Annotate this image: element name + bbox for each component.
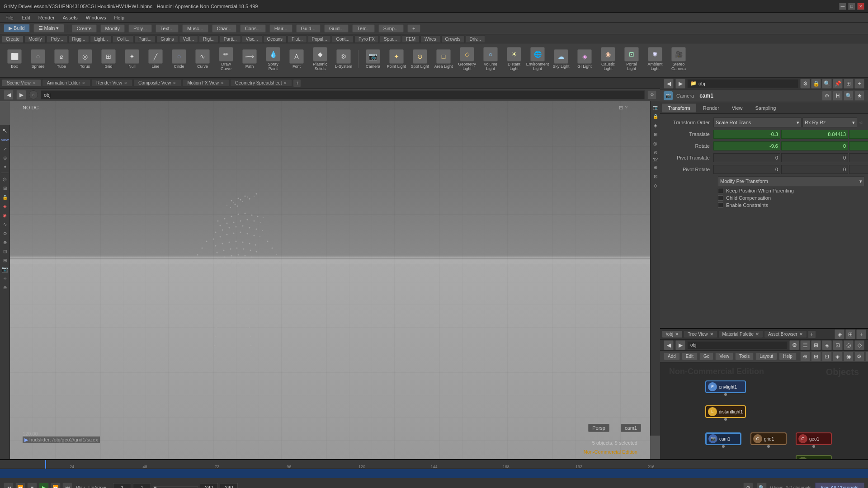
pivot-rotate-x[interactable] [713,165,780,174]
shelf-tab-vell[interactable]: Vell... [179,35,198,43]
shelf-torus[interactable]: ◎ Torus [74,48,96,70]
node-grid1-body[interactable]: G grid1 [750,432,787,445]
cam-lock-btn[interactable]: H [833,91,843,101]
shelf-tab-pyro[interactable]: Pyro FX [354,35,379,43]
shelf-tab-wire[interactable]: Wires [420,35,440,43]
frame-slider[interactable] [153,486,198,488]
shelf-camera[interactable]: 📷 Camera [362,48,384,70]
tool-snap[interactable]: ⊞ [1,184,9,192]
tool-measure[interactable]: ⊞ [1,256,9,264]
pivot-translate-z[interactable] [849,153,868,162]
pivot-translate-x[interactable] [713,153,780,162]
rotate-z[interactable] [849,141,868,150]
tool-sculpt[interactable]: ◈ [1,202,9,210]
shelf-tab-modify[interactable]: Modify [24,35,46,43]
tool-magnet[interactable]: ⊙ [1,229,9,237]
node-tab-tree-close[interactable]: ✕ [710,332,713,337]
tool-select2[interactable]: ↗ [1,145,9,153]
menu-assets[interactable]: Assets [59,14,81,21]
tool-light-tool[interactable]: ✧ [1,274,9,282]
shelf-circle[interactable]: ○ Circle [168,48,190,70]
node-grid-view[interactable]: ⊞ [811,340,821,350]
close-btn[interactable]: ✕ [857,3,864,10]
shelf-gi-light[interactable]: ◈ GI Light [574,48,595,70]
node-tab-material-close[interactable]: ✕ [755,332,759,337]
node-fwd-btn[interactable]: ▶ [675,340,685,350]
tool-transform[interactable]: ⊕ [1,154,9,162]
rt-extra2[interactable]: ⊡ [651,172,660,180]
tab-cons[interactable]: Cons... [240,24,266,33]
shelf-line[interactable]: ╱ Line [145,48,166,70]
node-list-view[interactable]: ☰ [800,340,810,350]
tab-poly[interactable]: Poly... [128,24,152,33]
rt-extra3[interactable]: ◇ [651,181,660,189]
node-snap6[interactable]: ⚙ [854,352,864,361]
node-distantlight1-body[interactable]: L distantlight1 [705,405,746,418]
tab-render-props[interactable]: Render [697,103,725,113]
tab-motion-fx[interactable]: Motion FX View ✕ [182,79,229,87]
keep-position-checkbox[interactable] [718,188,723,193]
add-view-tab[interactable]: + [293,79,301,87]
shelf-tab-visc[interactable]: Visc... [242,35,262,43]
node-tab-obj-close[interactable]: ✕ [675,332,679,337]
tab-transform[interactable]: Transform [662,103,696,113]
node-tab-asset-close[interactable]: ✕ [799,332,803,337]
node-tools-btn[interactable]: Tools [735,352,754,360]
node-help-btn[interactable]: Help [779,352,797,360]
vp-back-btn[interactable]: ◀ [4,90,14,100]
rt-obj[interactable]: ◎ [651,139,660,147]
viewport-3d[interactable]: ↖ View ↗ ⊕ ✦ ◎ ⊞ 🔒 ◈ ◉ ∿ ⊙ ⊕ ⊡ ⊞ 📷 ✧ ⊕ [0,101,660,459]
shelf-path[interactable]: ⟿ Path [239,48,260,70]
shelf-tab-fem[interactable]: FEM [402,35,420,43]
vp-fwd-btn[interactable]: ▶ [16,90,26,100]
node-tile-view[interactable]: ◈ [822,340,832,350]
menu-windows[interactable]: Windows [82,14,110,21]
shelf-lsystem[interactable]: ⚙ L-System [333,48,354,70]
translate-y[interactable] [781,130,848,139]
shelf-tube[interactable]: ⌀ Tube [51,48,72,70]
menu-help[interactable]: Help [110,14,128,21]
rt-render[interactable]: ◈ [651,121,660,129]
shelf-tab-parti2[interactable]: Parti... [220,35,241,43]
tool-bend[interactable]: ◉ [1,211,9,219]
menu-edit[interactable]: Edit [18,14,34,21]
rp-fwd-btn[interactable]: ▶ [675,79,685,89]
stop-btn[interactable]: ■ [27,483,37,488]
shelf-stereo-cam[interactable]: 🎥 Stereo Camera [668,46,689,72]
shelf-grid[interactable]: ⊞ Grid [98,48,119,70]
tab-create[interactable]: Create [72,24,97,33]
menu-file[interactable]: File [2,14,17,21]
tab-add[interactable]: + [407,24,420,33]
shelf-portal-light[interactable]: ⊡ Portal Light [621,46,642,72]
rt-wire[interactable]: ⊙ [651,148,660,156]
tool-box-select[interactable]: ⊡ [1,247,9,255]
tab-view-props[interactable]: View [726,103,749,113]
maximize-btn[interactable]: □ [848,3,855,10]
node-distantlight1[interactable]: L distantlight1 [705,405,746,421]
scene-view-close[interactable]: ✕ [33,81,36,85]
node-snap1[interactable]: ⊕ [800,352,810,361]
tab-render-view[interactable]: Render View ✕ [91,79,132,87]
shelf-curve[interactable]: ∿ Curve [192,48,213,70]
node-snap4[interactable]: ◈ [833,352,843,361]
shelf-geometry-light[interactable]: ◇ Geometry Light [456,46,478,72]
tool-attract[interactable]: ∿ [1,220,9,228]
range-end-input[interactable] [220,483,238,488]
start-frame-input[interactable] [113,483,131,488]
anim-editor-close[interactable]: ✕ [82,81,85,85]
rp-pin[interactable]: 📌 [833,79,843,89]
tool-pivot[interactable]: ◎ [1,175,9,183]
jump-start-btn[interactable]: ⏮ [4,483,14,488]
tab-hair[interactable]: Hair... [269,24,292,33]
shelf-tab-rigg[interactable]: Rigg... [68,35,90,43]
node-snap5[interactable]: ◉ [844,352,854,361]
node-tab-asset[interactable]: Asset Browser ✕ [764,330,807,338]
cam-btn[interactable]: cam1 [621,424,641,432]
tab-musc[interactable]: Musc... [182,24,208,33]
node-float-btn[interactable]: ⊞ [845,329,855,339]
tool-paint[interactable]: 🔒 [1,193,9,201]
cam-settings-btn[interactable]: ⚙ [822,91,832,101]
end-frame-input[interactable] [200,483,218,488]
node-edit-btn[interactable]: Edit [682,352,698,360]
transform-order-key[interactable]: ◁ [857,119,864,126]
